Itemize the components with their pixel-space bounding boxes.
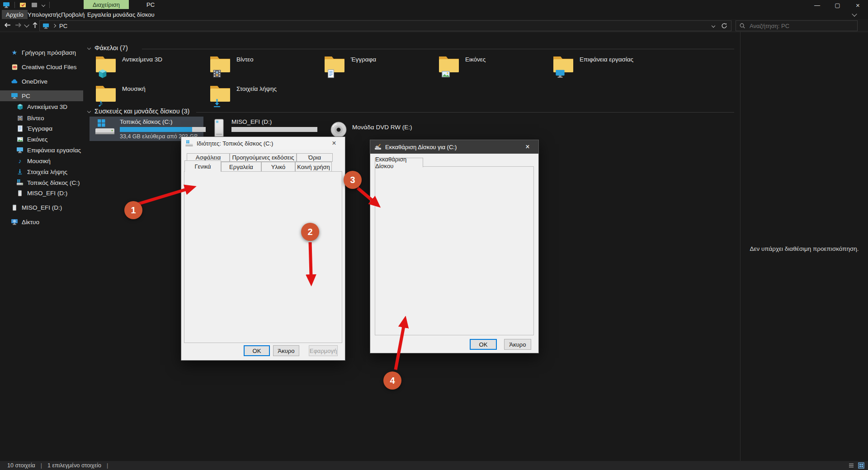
refresh-icon[interactable] <box>721 23 727 29</box>
recent-locations-chevron-icon[interactable] <box>24 22 29 27</box>
back-icon[interactable] <box>4 21 11 29</box>
folder-icon <box>95 53 117 80</box>
sidebar-item-local-disk-c[interactable]: Τοπικός δίσκος (C:) <box>0 177 83 188</box>
title-bar: Διαχείριση PC — ▢ × <box>0 0 868 10</box>
folder-icon <box>324 53 345 80</box>
tab-general[interactable]: Γενικά <box>184 160 221 172</box>
sidebar-item-miso-efi-d-root[interactable]: MISO_EFI (D:) <box>0 202 83 213</box>
folder-tile-3d-objects[interactable]: Αντικείμενα 3D <box>89 53 200 80</box>
drive-icon <box>185 140 193 147</box>
tab-hardware[interactable]: Υλικό <box>261 162 295 172</box>
folder-tile-documents[interactable]: Έγγραφα <box>317 53 429 80</box>
status-bar: 10 στοιχεία | 1 επιλεγμένο στοιχείο | <box>0 461 868 470</box>
thumbnails-view-icon[interactable] <box>858 462 864 469</box>
tab-quota[interactable]: Όρια <box>297 153 333 162</box>
sidebar-item-creative-cloud-files[interactable]: Creative Cloud Files <box>0 61 83 72</box>
navigation-toolbar: PC <box>0 19 868 32</box>
close-button[interactable]: × <box>848 0 868 10</box>
this-pc-icon[interactable] <box>3 1 10 9</box>
cube-icon <box>16 103 24 110</box>
tab-page-general <box>184 171 342 343</box>
sidebar-item-desktop[interactable]: Επιφάνεια εργασίας <box>0 145 83 155</box>
sidebar-item-pc[interactable]: PC <box>0 90 83 101</box>
sidebar-item-label: Στοιχεία λήψης <box>27 169 67 175</box>
quick-access-toolbar <box>3 1 50 9</box>
tab-previous-versions[interactable]: Προηγούμενες εκδόσεις <box>230 153 297 162</box>
apply-button[interactable]: Εφαρμογή <box>309 345 338 356</box>
section-header-devices[interactable]: Συσκευές και μονάδες δίσκου (3) <box>88 108 189 115</box>
folder-tile-label: Μουσική <box>122 85 146 109</box>
ok-button[interactable]: OK <box>470 339 497 350</box>
drive-icon <box>16 190 24 197</box>
forward-icon[interactable] <box>14 21 22 29</box>
folder-icon <box>438 53 460 80</box>
sidebar-item-label: Έγγραφα <box>27 125 52 132</box>
tab-tools[interactable]: Εργαλεία <box>221 162 261 172</box>
cancel-button[interactable]: Άκυρο <box>504 339 531 350</box>
sidebar-item-music[interactable]: ♪ Μουσική <box>0 155 83 166</box>
creative-cloud-icon <box>11 64 18 70</box>
ok-button[interactable]: OK <box>244 345 270 356</box>
breadcrumb[interactable]: PC <box>59 23 67 29</box>
folder-tile-videos[interactable]: Βίντεο <box>203 53 314 80</box>
folder-tile-downloads[interactable]: Στοιχεία λήψης <box>203 83 314 109</box>
divider <box>196 112 734 113</box>
sidebar-item-label: Δίκτυο <box>22 219 39 226</box>
annotation-step-3: 3 <box>344 171 362 189</box>
properties-dialog: Ιδιότητες: Τοπικός δίσκος (C:) × Ασφάλει… <box>181 136 345 361</box>
section-header-folders[interactable]: Φάκελοι (7) <box>88 44 128 52</box>
ribbon-tab-manage[interactable]: Διαχείριση <box>84 0 129 9</box>
tab-disk-cleanup[interactable]: Εκκαθάριση Δίσκου <box>375 158 423 167</box>
tab-sharing[interactable]: Κοινή χρήση <box>295 162 332 172</box>
folder-icon <box>552 53 574 80</box>
star-icon: ★ <box>11 49 18 56</box>
cancel-button[interactable]: Άκυρο <box>273 345 299 356</box>
cloud-icon <box>11 78 18 85</box>
search-box[interactable] <box>736 20 858 31</box>
sidebar-item-documents[interactable]: Έγγραφα <box>0 123 83 134</box>
folder-tile-pictures[interactable]: Εικόνες <box>432 53 543 80</box>
new-folder-icon[interactable] <box>31 2 38 8</box>
minimize-button[interactable]: — <box>807 0 827 10</box>
dialog-title: Ιδιότητες: Τοπικός δίσκος (C:) <box>197 140 273 147</box>
ribbon-tab-drive-tools[interactable]: Εργαλεία μονάδας δίσκου <box>83 10 159 19</box>
maximize-button[interactable]: ▢ <box>827 0 848 10</box>
expand-ribbon-chevron-icon[interactable] <box>852 11 857 16</box>
sidebar-item-miso-efi-d[interactable]: MISO_EFI (D:) <box>0 188 83 198</box>
file-explorer-window: Διαχείριση PC — ▢ × Αρχείο Υπολογιστής Π… <box>0 0 868 470</box>
search-input[interactable] <box>749 22 850 30</box>
address-bar[interactable]: PC <box>39 20 731 31</box>
properties-dialog-titlebar[interactable]: Ιδιότητες: Τοπικός δίσκος (C:) × <box>181 137 345 150</box>
details-view-icon[interactable] <box>848 462 854 469</box>
sidebar-item-label: Γρήγορη πρόσβαση <box>22 49 76 56</box>
annotation-step-4: 4 <box>383 371 401 390</box>
ribbon-tab-strip: Αρχείο Υπολογιστής Προβολή Εργαλεία μονά… <box>0 10 868 19</box>
sidebar-item-3d-objects[interactable]: Αντικείμενα 3D <box>0 101 83 112</box>
search-icon <box>739 23 745 29</box>
sidebar-item-downloads[interactable]: Στοιχεία λήψης <box>0 166 83 177</box>
hard-drive-icon <box>95 118 115 141</box>
properties-icon[interactable] <box>19 1 27 9</box>
sidebar-item-label: OneDrive <box>22 78 47 85</box>
sidebar-item-onedrive[interactable]: OneDrive <box>0 76 83 87</box>
breadcrumb-chevron-icon[interactable] <box>52 24 56 28</box>
desktop-icon <box>16 146 24 154</box>
sidebar-item-quick-access[interactable]: ★ Γρήγορη πρόσβαση <box>0 47 83 58</box>
sidebar-item-videos[interactable]: Βίντεο <box>0 113 83 123</box>
close-icon[interactable]: × <box>327 139 341 147</box>
folder-tile-desktop[interactable]: Επιφάνεια εργασίας <box>546 53 657 80</box>
items-count: 10 στοιχεία <box>7 462 35 469</box>
drive-name: Τοπικός δίσκος (C:) <box>120 118 206 125</box>
film-icon <box>16 115 24 122</box>
music-note-icon: ♪ <box>16 157 24 164</box>
folder-tile-music[interactable]: ♪ Μουσική <box>89 83 200 109</box>
customize-toolbar-chevron-icon[interactable] <box>42 3 45 7</box>
cleanup-dialog-titlebar[interactable]: Εκκαθάριση Δίσκου για (C:) × <box>370 140 538 154</box>
address-dropdown-chevron-icon[interactable] <box>712 24 715 28</box>
sidebar-item-pictures[interactable]: Εικόνες <box>0 134 83 145</box>
sidebar-item-label: PC <box>22 93 30 99</box>
close-icon[interactable]: × <box>521 143 534 151</box>
up-icon[interactable] <box>31 21 39 29</box>
sidebar-item-network[interactable]: Δίκτυο <box>0 216 83 227</box>
sidebar-item-label: MISO_EFI (D:) <box>27 190 67 197</box>
